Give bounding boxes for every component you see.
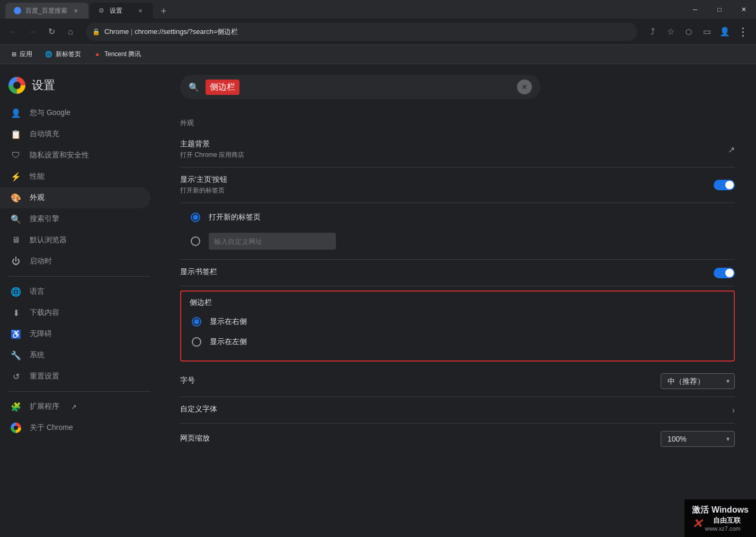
sidebar-item-extensions[interactable]: 🧩 扩展程序 ↗ bbox=[0, 396, 150, 417]
sidebar-item-startup[interactable]: ⏻ 启动时 bbox=[0, 251, 150, 272]
minimize-button[interactable]: ─ bbox=[683, 0, 707, 19]
appearance-icon: 🎨 bbox=[11, 192, 21, 203]
sidebar-right-label: 显示在右侧 bbox=[210, 317, 247, 327]
restore-button[interactable]: □ bbox=[707, 0, 732, 19]
bookmarks-action bbox=[714, 268, 735, 278]
tab-settings-close[interactable]: ✕ bbox=[136, 6, 145, 15]
address-bar[interactable]: 🔒 Chrome | chrome://settings/?search=侧边栏 bbox=[86, 23, 637, 41]
theme-external-link-icon[interactable]: ↗ bbox=[728, 145, 735, 155]
sidebar-system-label: 系统 bbox=[30, 350, 45, 360]
sidebar-left-label: 显示在左侧 bbox=[210, 337, 247, 347]
forward-button[interactable]: → bbox=[24, 24, 40, 40]
sidebar-item-autofill[interactable]: 📋 自动填充 bbox=[0, 124, 150, 145]
extensions-external-icon: ↗ bbox=[71, 403, 77, 411]
bookmarks-toggle[interactable] bbox=[714, 268, 735, 278]
tab-settings[interactable]: ⚙ 设置 ✕ bbox=[90, 3, 153, 19]
share-icon[interactable]: ⤴ bbox=[645, 24, 661, 40]
watermark-site: www.xz7.com bbox=[705, 525, 740, 532]
sidebar-language-label: 语言 bbox=[30, 287, 45, 296]
bookmark-apps[interactable]: ⊞ 应用 bbox=[6, 48, 38, 61]
customfont-info: 自定义字体 bbox=[180, 404, 732, 416]
fontsize-dropdown-wrapper: 极小小中（推荐）大极大 bbox=[661, 373, 735, 389]
performance-icon: ⚡ bbox=[11, 171, 21, 182]
address-text: Chrome | chrome://settings/?search=侧边栏 bbox=[104, 27, 631, 37]
watermark-brand: 自由互联 bbox=[705, 516, 740, 525]
sidebar-radio-options: 显示在右侧 显示在左侧 bbox=[190, 310, 725, 354]
customfont-chevron-icon: › bbox=[732, 406, 735, 415]
radio-custom-input[interactable] bbox=[209, 233, 336, 250]
radio-newtab-label: 打开新的标签页 bbox=[209, 213, 261, 222]
sidebar-item-browser[interactable]: 🖥 默认浏览器 bbox=[0, 230, 150, 251]
tab-settings-label: 设置 bbox=[110, 6, 122, 15]
settings-row-fontsize: 字号 极小小中（推荐）大极大 bbox=[180, 366, 735, 397]
tab-baidu[interactable]: 百度_百度搜索 ✕ bbox=[5, 3, 88, 19]
homebtn-info: 显示'主页'按钮 打开新的标签页 bbox=[180, 175, 714, 195]
customfont-action: › bbox=[732, 406, 735, 415]
google-icon: 👤 bbox=[11, 108, 21, 118]
star-icon[interactable]: ☆ bbox=[663, 24, 679, 40]
profile-icon[interactable]: 👤 bbox=[717, 24, 733, 40]
homebtn-toggle[interactable] bbox=[714, 180, 735, 190]
bookmark-newtab[interactable]: 🌐 新标签页 bbox=[40, 48, 86, 61]
back-button[interactable]: ← bbox=[5, 24, 21, 40]
bookmarks-info: 显示书签栏 bbox=[180, 267, 714, 278]
homebtn-toggle-knob bbox=[725, 181, 734, 189]
tab-baidu-close[interactable]: ✕ bbox=[72, 6, 80, 15]
sidebar-toggle-icon[interactable]: ▭ bbox=[699, 24, 715, 40]
sidebar-section-title: 侧边栏 bbox=[190, 298, 725, 307]
radio-option-custom[interactable] bbox=[191, 227, 735, 255]
search-box-icon: 🔍 bbox=[189, 82, 199, 92]
sidebar-item-google[interactable]: 👤 您与 Google bbox=[0, 102, 150, 124]
close-button[interactable]: ✕ bbox=[732, 0, 756, 19]
privacy-icon: 🛡 bbox=[11, 150, 21, 161]
chrome-logo bbox=[8, 77, 25, 94]
home-radio-options: 打开新的标签页 bbox=[180, 203, 735, 260]
language-icon: 🌐 bbox=[11, 286, 21, 297]
sidebar-search-label: 搜索引擎 bbox=[30, 214, 59, 224]
sidebar-item-language[interactable]: 🌐 语言 bbox=[0, 281, 150, 302]
refresh-button[interactable]: ↻ bbox=[43, 24, 59, 40]
new-tab-button[interactable]: + bbox=[156, 4, 171, 19]
zoom-label: 网页缩放 bbox=[180, 434, 661, 443]
sidebar-autofill-label: 自动填充 bbox=[30, 129, 59, 139]
watermark-x-logo: ✕ bbox=[692, 516, 702, 531]
bookmark-tencent[interactable]: 🔺 Tencent 腾讯 bbox=[88, 48, 146, 61]
sidebar-item-search[interactable]: 🔍 搜索引擎 bbox=[0, 208, 150, 230]
search-box-area: 🔍 侧边栏 ✕ bbox=[180, 64, 735, 110]
menu-icon[interactable]: ⋮ bbox=[735, 24, 751, 40]
sidebar-item-download[interactable]: ⬇ 下载内容 bbox=[0, 302, 150, 323]
sidebar-item-accessibility[interactable]: ♿ 无障碍 bbox=[0, 323, 150, 345]
radio-option-newtab[interactable]: 打开新的标签页 bbox=[191, 207, 735, 227]
search-input-area[interactable]: 侧边栏 bbox=[206, 80, 511, 95]
search-engine-icon: 🔍 bbox=[11, 214, 21, 224]
sidebar-item-about[interactable]: 关于 Chrome bbox=[0, 417, 150, 438]
extension-icon[interactable]: ⬡ bbox=[681, 24, 697, 40]
sidebar-reset-label: 重置设置 bbox=[30, 372, 59, 381]
sidebar-radio-left[interactable]: 显示在左侧 bbox=[192, 332, 725, 352]
sidebar-performance-label: 性能 bbox=[30, 172, 45, 181]
homebtn-action bbox=[714, 180, 735, 190]
sidebar-about-label: 关于 Chrome bbox=[30, 423, 73, 433]
search-clear-button[interactable]: ✕ bbox=[517, 80, 532, 94]
settings-row-theme: 主题背景 打开 Chrome 应用商店 ↗ bbox=[180, 132, 735, 168]
fontsize-dropdown[interactable]: 极小小中（推荐）大极大 bbox=[661, 373, 735, 389]
settings-row-customfont[interactable]: 自定义字体 › bbox=[180, 397, 735, 424]
home-button[interactable]: ⌂ bbox=[63, 24, 78, 40]
customfont-label: 自定义字体 bbox=[180, 404, 732, 414]
sidebar-item-privacy[interactable]: 🛡 隐私设置和安全性 bbox=[0, 145, 150, 166]
navigation-bar: ← → ↻ ⌂ 🔒 Chrome | chrome://settings/?se… bbox=[0, 19, 756, 45]
radio-custom-circle bbox=[191, 236, 200, 246]
zoom-info: 网页缩放 bbox=[180, 434, 661, 445]
nav-actions: ⤴ ☆ ⬡ ▭ 👤 ⋮ bbox=[645, 24, 751, 40]
theme-label: 主题背景 bbox=[180, 139, 728, 149]
bookmarks-label: 显示书签栏 bbox=[180, 267, 714, 277]
zoom-dropdown[interactable]: 75%90%100%110%125%150%175%200% bbox=[661, 431, 735, 447]
sidebar-item-system[interactable]: 🔧 系统 bbox=[0, 345, 150, 366]
sidebar-item-reset[interactable]: ↺ 重置设置 bbox=[0, 366, 150, 387]
sidebar-item-performance[interactable]: ⚡ 性能 bbox=[0, 166, 150, 187]
bookmark-newtab-label: 新标签页 bbox=[56, 50, 81, 59]
sidebar-item-appearance[interactable]: 🎨 外观 bbox=[0, 187, 150, 208]
theme-info: 主题背景 打开 Chrome 应用商店 bbox=[180, 139, 728, 160]
sidebar-extensions-label: 扩展程序 bbox=[30, 402, 59, 411]
sidebar-radio-right[interactable]: 显示在右侧 bbox=[192, 312, 725, 332]
